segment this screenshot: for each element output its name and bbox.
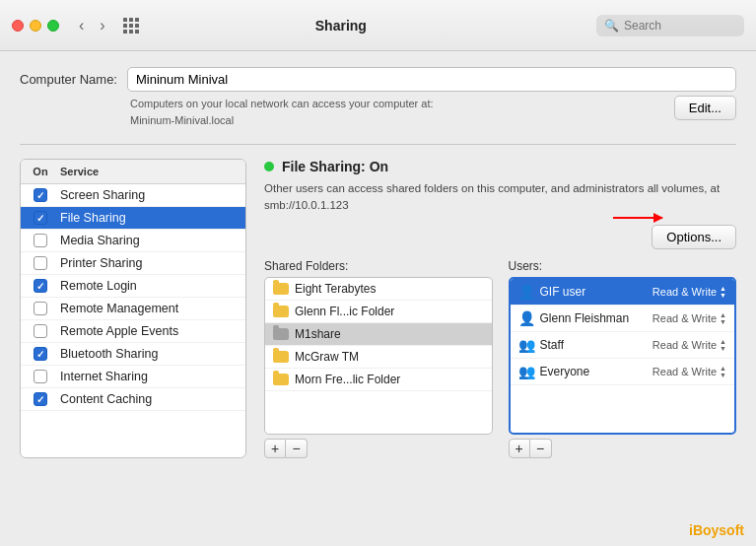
add-folder-button[interactable]: +: [264, 439, 286, 458]
checkbox-8[interactable]: [34, 370, 47, 383]
user-permission: Read & Write▲▼: [653, 338, 726, 352]
service-status: File Sharing: On: [264, 159, 736, 174]
shared-folders-list: Eight TerabytesGlenn Fl...ic FolderM1sha…: [264, 277, 493, 435]
close-button[interactable]: [12, 20, 24, 32]
service-row[interactable]: Bluetooth Sharing: [21, 343, 245, 366]
service-row[interactable]: Remote Login: [21, 275, 245, 298]
service-row[interactable]: Content Caching: [21, 388, 245, 411]
service-row[interactable]: Internet Sharing: [21, 366, 245, 388]
checkbox-4[interactable]: [34, 279, 47, 293]
divider: [20, 144, 736, 145]
service-checkbox[interactable]: [21, 256, 60, 270]
checkbox-0[interactable]: [34, 188, 47, 202]
user-item[interactable]: 👥StaffRead & Write▲▼: [511, 332, 735, 359]
search-input[interactable]: [624, 19, 736, 33]
service-checkbox[interactable]: [21, 324, 60, 338]
user-name: Glenn Fleishman: [540, 311, 647, 325]
service-checkbox[interactable]: [21, 188, 60, 202]
service-name-9: Content Caching: [60, 392, 245, 406]
service-checkbox[interactable]: [21, 211, 60, 225]
users-panel: Users: 👤GIF userRead & Write▲▼👤Glenn Fle…: [509, 259, 737, 458]
folder-name: M1share: [295, 327, 341, 341]
service-row[interactable]: File Sharing: [21, 207, 245, 230]
service-name-1: File Sharing: [60, 211, 245, 225]
arrow-annotation: [613, 217, 662, 219]
service-row[interactable]: Media Sharing: [21, 230, 245, 252]
checkbox-7[interactable]: [34, 347, 47, 361]
user-item[interactable]: 👤GIF userRead & Write▲▼: [511, 279, 735, 306]
service-checkbox[interactable]: [21, 370, 60, 383]
edit-button[interactable]: Edit...: [674, 96, 736, 120]
panels: On Service Screen SharingFile SharingMed…: [20, 159, 736, 458]
computer-info-row: Computers on your local network can acce…: [130, 96, 736, 128]
service-name-0: Screen Sharing: [60, 188, 245, 202]
services-header-on: On: [21, 164, 60, 179]
shared-users-container: Shared Folders: Eight TerabytesGlenn Fl.…: [264, 259, 736, 458]
perm-stepper[interactable]: ▲▼: [720, 365, 726, 378]
folder-item[interactable]: M1share: [265, 323, 492, 346]
service-checkbox[interactable]: [21, 279, 60, 293]
service-name-8: Internet Sharing: [60, 370, 245, 383]
service-checkbox[interactable]: [21, 392, 60, 406]
service-name-5: Remote Management: [60, 302, 245, 315]
checkbox-1[interactable]: [34, 211, 47, 225]
remove-folder-button[interactable]: −: [286, 439, 308, 458]
service-row[interactable]: Remote Management: [21, 298, 245, 320]
user-item[interactable]: 👤Glenn FleishmanRead & Write▲▼: [511, 306, 735, 332]
watermark: iBoysoft: [689, 522, 744, 538]
folder-item[interactable]: Eight Terabytes: [265, 278, 492, 301]
service-checkbox[interactable]: [21, 347, 60, 361]
window-title: Sharing: [94, 18, 588, 34]
checkbox-3[interactable]: [34, 256, 47, 270]
checkbox-2[interactable]: [34, 234, 47, 247]
perm-stepper[interactable]: ▲▼: [720, 311, 726, 325]
options-row: Options...: [264, 225, 736, 249]
arrow-line: [613, 217, 662, 219]
remove-user-button[interactable]: −: [530, 439, 552, 458]
folder-name: McGraw TM: [295, 350, 359, 364]
folder-panel: Shared Folders: Eight TerabytesGlenn Fl.…: [264, 259, 493, 458]
user-icon: 👥: [518, 364, 534, 379]
back-button[interactable]: ‹: [75, 15, 88, 36]
right-panel: File Sharing: On Other users can access …: [264, 159, 736, 458]
user-icon: 👤: [518, 284, 534, 300]
service-row[interactable]: Printer Sharing: [21, 252, 245, 275]
service-checkbox[interactable]: [21, 302, 60, 315]
folder-icon: [273, 374, 289, 385]
status-dot: [264, 162, 274, 171]
folder-item[interactable]: Glenn Fl...ic Folder: [265, 301, 492, 323]
main-content: Computer Name: Computers on your local n…: [0, 51, 756, 474]
service-row[interactable]: Screen Sharing: [21, 184, 245, 207]
title-bar: ‹ › Sharing 🔍: [0, 0, 756, 51]
service-name-4: Remote Login: [60, 279, 245, 293]
computer-name-label: Computer Name:: [20, 72, 117, 87]
folder-name: Glenn Fl...ic Folder: [295, 305, 394, 318]
services-list: Screen SharingFile SharingMedia SharingP…: [21, 184, 245, 411]
search-box[interactable]: 🔍: [596, 15, 744, 36]
checkbox-6[interactable]: [34, 324, 47, 338]
user-permission: Read & Write▲▼: [653, 285, 726, 299]
folder-icon: [273, 328, 289, 340]
computer-name-input[interactable]: [127, 67, 736, 92]
service-row[interactable]: Remote Apple Events: [21, 320, 245, 343]
checkbox-9[interactable]: [34, 392, 47, 406]
maximize-button[interactable]: [47, 20, 59, 32]
options-button[interactable]: Options...: [652, 225, 736, 249]
shared-folders-label: Shared Folders:: [264, 259, 493, 273]
user-name: Staff: [540, 338, 647, 352]
services-panel: On Service Screen SharingFile SharingMed…: [20, 159, 246, 458]
perm-stepper[interactable]: ▲▼: [720, 338, 726, 352]
folder-controls: + −: [264, 439, 493, 458]
minimize-button[interactable]: [30, 20, 41, 32]
user-name: GIF user: [540, 285, 647, 299]
perm-stepper[interactable]: ▲▼: [720, 285, 726, 299]
add-user-button[interactable]: +: [509, 439, 530, 458]
folder-name: Eight Terabytes: [295, 282, 377, 296]
checkbox-5[interactable]: [34, 302, 47, 315]
user-item[interactable]: 👥EveryoneRead & Write▲▼: [511, 359, 735, 385]
service-checkbox[interactable]: [21, 234, 60, 247]
folder-item[interactable]: Morn Fre...lic Folder: [265, 369, 492, 391]
user-name: Everyone: [540, 365, 647, 378]
folder-item[interactable]: McGraw TM: [265, 346, 492, 369]
user-icon: 👥: [518, 337, 534, 353]
